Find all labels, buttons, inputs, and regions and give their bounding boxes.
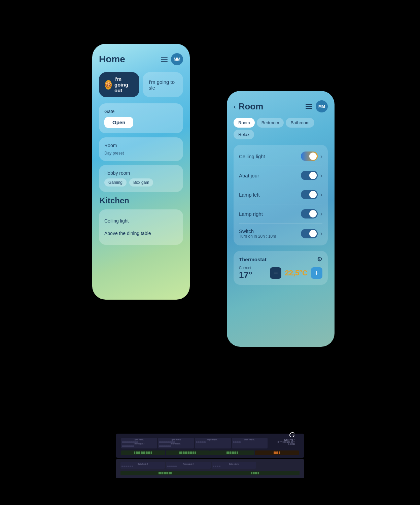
lamp-left-label: Lamp left [239,192,260,198]
pin [200,441,202,443]
ceiling-light-item[interactable]: Ceiling light [104,215,178,227]
lamp-right-toggle[interactable] [301,209,318,218]
pin [161,445,163,447]
going-out-button[interactable]: 🍪 I'm going out [99,72,139,97]
pin [132,445,134,447]
kitchen-heading: Kitchen [99,196,183,205]
switch-label-group: Switch Turn on in 20h : 10m [239,228,276,239]
abat-jour-toggle[interactable] [301,171,318,180]
pin [167,445,169,447]
thermostat-header: Thermostat ⚙ [239,256,322,263]
hobby-tags-row: Gaming Box gam [104,178,178,187]
pin [165,445,167,447]
pin [204,441,206,443]
switch-subtitle: Turn on in 20h : 10m [239,234,276,239]
tab-bedroom[interactable]: Bedroom [257,118,284,128]
room-card[interactable]: Room Day preset [99,137,183,161]
tab-bathroom[interactable]: Bathroom [286,118,314,128]
avatar[interactable]: MM [171,53,183,65]
room-card-title: Room [104,143,178,148]
lamp-left-control: Lamp left › [239,185,322,204]
hobby-room-card: Hobby room Gaming Box gam [99,165,183,192]
ceiling-light-right: › [301,152,322,161]
dining-table-item[interactable]: Above the dining table [104,227,178,239]
lamp-left-toggle[interactable] [301,190,318,199]
device-model: G-88R36 [277,443,295,445]
lamp-left-chevron[interactable]: › [320,191,322,198]
lamp-right-chevron[interactable]: › [320,210,322,217]
second-connectors [120,471,300,475]
module-4: Digital outputs 2 [232,438,268,448]
lamp-left-thumb [309,191,317,198]
pin [163,441,165,443]
switch-control: Switch Turn on in 20h : 10m › [239,224,322,243]
pin [159,441,161,443]
pin [122,445,124,447]
thermostat-body: Current 17° − 22,5°C + [239,266,322,280]
back-button[interactable]: ‹ [234,103,236,110]
room-header: ‹ Room MM [234,100,328,112]
temp-minus-button[interactable]: − [270,267,281,279]
pin [237,441,239,443]
gate-card: Gate Open [99,103,183,133]
module-1: Digital Inputs 2 Relay outputs 2 [121,438,157,448]
relay-label: Relay outputs 2 [122,443,156,445]
switch-toggle[interactable] [301,229,318,238]
pin [196,441,198,443]
connector-block-orange [255,450,299,455]
ceiling-light-toggle[interactable] [301,152,318,161]
tab-room[interactable]: Room [234,118,255,128]
pin [161,441,163,443]
thermostat-label: Thermostat [239,257,267,262]
abat-jour-label: Abat jour [239,173,259,178]
second-top-row: Digital Inputs 2 Relay outputs 2 Digital… [120,462,300,469]
kitchen-card: Ceiling light Above the dining table [99,209,183,245]
room-menu-icon[interactable] [306,104,312,109]
brand-section: G Gulliver IOT TECHNOLOGY G-88R36 [277,431,295,445]
module-4-label: Digital outputs 2 [233,439,267,441]
pin [159,445,161,447]
lamp-right-label: Lamp right [239,211,263,217]
gate-open-button[interactable]: Open [104,117,133,128]
connector-block-2 [166,450,210,455]
second-connector-1 [120,471,210,475]
current-temp: 17° [239,270,266,280]
home-phone: Home MM 🍪 I'm going out I'm going to sle… [92,44,190,300]
box-tag[interactable]: Box gam [129,178,153,187]
module-3-label: Digital outputs 1 [196,439,230,441]
gate-title: Gate [104,109,178,114]
temp-control: − 22,5°C + [270,267,322,279]
device-second-unit: Digital Inputs 2 Relay outputs 2 Digital… [116,459,304,478]
pin [169,445,171,447]
switch-chevron[interactable]: › [320,230,322,237]
menu-icon[interactable] [161,57,168,62]
lamp-right-thumb [309,210,317,217]
going-to-sleep-label: I'm going to sle [149,79,177,91]
pin [124,441,126,443]
thermostat-gear-icon[interactable]: ⚙ [317,256,322,263]
ceiling-light-chevron[interactable]: › [320,153,322,160]
connector-block-1 [121,450,165,455]
pin [163,445,165,447]
abat-jour-chevron[interactable]: › [320,172,322,179]
tab-relax[interactable]: Relax [234,130,254,139]
going-to-sleep-button[interactable]: I'm going to sle [143,72,183,97]
connector-block-3 [210,450,254,455]
home-header: Home MM [99,53,183,65]
gaming-tag[interactable]: Gaming [104,178,127,187]
module-2: Digital Inputs 1 Relay outputs 1 [158,438,194,448]
lamp-right-control: Lamp right › [239,204,322,224]
second-connector-2 [210,471,300,475]
second-module-1: Digital Inputs 2 [120,462,165,469]
room-avatar[interactable]: MM [316,100,328,112]
relay-label-2: Relay outputs 1 [159,443,193,445]
pin [165,441,167,443]
switch-thumb [309,230,317,237]
home-title: Home [99,54,125,65]
temp-plus-button[interactable]: + [311,267,322,279]
module-1-label: Digital Inputs 2 [122,439,156,441]
pin [124,445,126,447]
brand-glyph: G [277,431,295,439]
room-title: Room [239,101,264,112]
pin [198,441,200,443]
